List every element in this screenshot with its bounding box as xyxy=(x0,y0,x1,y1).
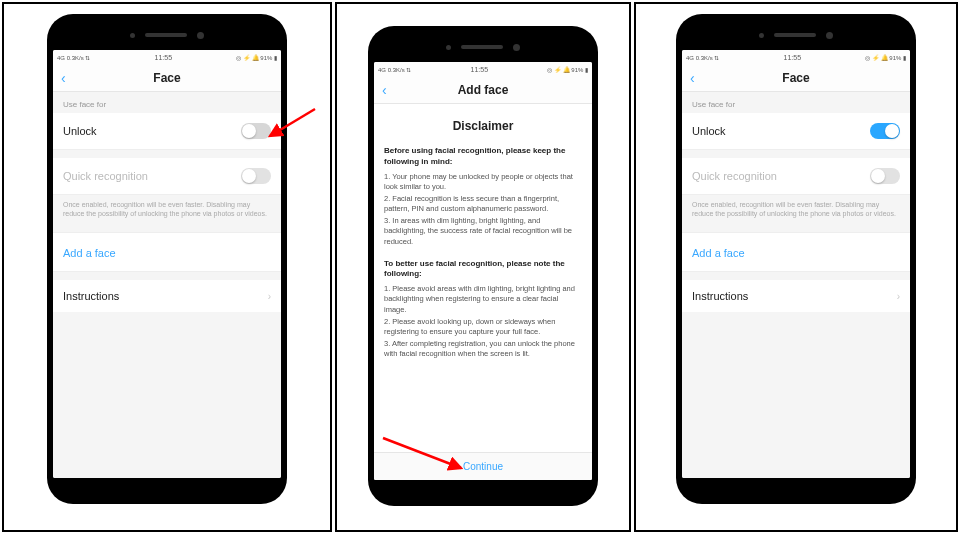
back-icon[interactable]: ‹ xyxy=(382,82,387,98)
status-right: ◎ ⚡ 🔔 91% ▮ xyxy=(865,54,906,61)
disclaimer-better-3: 3. After completing registration, you ca… xyxy=(384,339,582,359)
row-add-face[interactable]: Add a face xyxy=(53,232,281,272)
quick-label: Quick recognition xyxy=(692,170,777,182)
chevron-right-icon: › xyxy=(268,291,271,302)
title-bar: ‹ Face xyxy=(53,64,281,92)
quick-helper: Once enabled, recognition will be even f… xyxy=(682,195,910,228)
status-right: ◎ ⚡ 🔔 91% ▮ xyxy=(236,54,277,61)
instructions-label: Instructions xyxy=(63,290,119,302)
disclaimer-title: Disclaimer xyxy=(384,118,582,134)
disclaimer-better-heading: To better use facial recognition, please… xyxy=(384,259,582,281)
status-left: 4G 0.3K/s ⇅ xyxy=(378,66,411,73)
panel-disclaimer: 4G 0.3K/s ⇅ 11:55 ◎ ⚡ 🔔 91% ▮ ‹ Add face… xyxy=(335,2,631,532)
status-bar: 4G 0.3K/s ⇅ 11:55 ◎ ⚡ 🔔 91% ▮ xyxy=(53,50,281,64)
status-bar: 4G 0.3K/s ⇅ 11:55 ◎ ⚡ 🔔 91% ▮ xyxy=(374,62,592,76)
status-left: 4G 0.3K/s ⇅ xyxy=(57,54,90,61)
status-bar: 4G 0.3K/s ⇅ 11:55 ◎ ⚡ 🔔 91% ▮ xyxy=(682,50,910,64)
panel-face-on: 4G 0.3K/s ⇅ 11:55 ◎ ⚡ 🔔 91% ▮ ‹ Face Use… xyxy=(634,2,958,532)
page-title: Face xyxy=(682,71,910,85)
disclaimer-better-1: 1. Please avoid areas with dim lighting,… xyxy=(384,284,582,314)
row-unlock[interactable]: Unlock xyxy=(682,113,910,150)
device-frame: 4G 0.3K/s ⇅ 11:55 ◎ ⚡ 🔔 91% ▮ ‹ Face Use… xyxy=(676,14,916,504)
page-title: Add face xyxy=(374,83,592,97)
bezel-top xyxy=(374,32,592,62)
quick-helper: Once enabled, recognition will be even f… xyxy=(53,195,281,228)
back-icon[interactable]: ‹ xyxy=(690,70,695,86)
unlock-toggle[interactable] xyxy=(870,123,900,139)
screen: 4G 0.3K/s ⇅ 11:55 ◎ ⚡ 🔔 91% ▮ ‹ Face Use… xyxy=(682,50,910,478)
add-face-link[interactable]: Add a face xyxy=(63,247,116,259)
status-time: 11:55 xyxy=(471,66,489,73)
content: Disclaimer Before using facial recogniti… xyxy=(374,104,592,480)
row-unlock[interactable]: Unlock xyxy=(53,113,281,150)
instructions-label: Instructions xyxy=(692,290,748,302)
row-instructions[interactable]: Instructions › xyxy=(682,280,910,312)
row-quick-recognition: Quick recognition xyxy=(682,158,910,195)
device-frame: 4G 0.3K/s ⇅ 11:55 ◎ ⚡ 🔔 91% ▮ ‹ Face Use… xyxy=(47,14,287,504)
disclaimer-better-2: 2. Please avoid looking up, down or side… xyxy=(384,317,582,337)
page-title: Face xyxy=(53,71,281,85)
content: Use face for Unlock Quick recognition On… xyxy=(682,92,910,478)
status-left: 4G 0.3K/s ⇅ xyxy=(686,54,719,61)
unlock-label: Unlock xyxy=(63,125,97,137)
row-instructions[interactable]: Instructions › xyxy=(53,280,281,312)
continue-label: Continue xyxy=(463,461,503,472)
back-icon[interactable]: ‹ xyxy=(61,70,66,86)
section-label-use-face: Use face for xyxy=(682,92,910,113)
status-right: ◎ ⚡ 🔔 91% ▮ xyxy=(547,66,588,73)
bezel-top xyxy=(682,20,910,50)
title-bar: ‹ Add face xyxy=(374,76,592,104)
panel-face-off: 4G 0.3K/s ⇅ 11:55 ◎ ⚡ 🔔 91% ▮ ‹ Face Use… xyxy=(2,2,332,532)
status-time: 11:55 xyxy=(155,54,173,61)
quick-label: Quick recognition xyxy=(63,170,148,182)
quick-toggle xyxy=(241,168,271,184)
disclaimer-before-1: 1. Your phone may be unlocked by people … xyxy=(384,172,582,192)
disclaimer-before-3: 3. In areas with dim lighting, bright li… xyxy=(384,216,582,246)
row-add-face[interactable]: Add a face xyxy=(682,232,910,272)
row-quick-recognition: Quick recognition xyxy=(53,158,281,195)
continue-button[interactable]: Continue xyxy=(374,452,592,480)
disclaimer-before-2: 2. Facial recognition is less secure tha… xyxy=(384,194,582,214)
device-frame: 4G 0.3K/s ⇅ 11:55 ◎ ⚡ 🔔 91% ▮ ‹ Add face… xyxy=(368,26,598,506)
status-time: 11:55 xyxy=(784,54,802,61)
unlock-toggle[interactable] xyxy=(241,123,271,139)
title-bar: ‹ Face xyxy=(682,64,910,92)
section-label-use-face: Use face for xyxy=(53,92,281,113)
content: Use face for Unlock Quick recognition On… xyxy=(53,92,281,478)
add-face-link[interactable]: Add a face xyxy=(692,247,745,259)
disclaimer-body: Disclaimer Before using facial recogniti… xyxy=(374,104,592,452)
bezel-top xyxy=(53,20,281,50)
chevron-right-icon: › xyxy=(897,291,900,302)
screen: 4G 0.3K/s ⇅ 11:55 ◎ ⚡ 🔔 91% ▮ ‹ Add face… xyxy=(374,62,592,480)
disclaimer-before-heading: Before using facial recognition, please … xyxy=(384,146,582,168)
screen: 4G 0.3K/s ⇅ 11:55 ◎ ⚡ 🔔 91% ▮ ‹ Face Use… xyxy=(53,50,281,478)
quick-toggle xyxy=(870,168,900,184)
unlock-label: Unlock xyxy=(692,125,726,137)
